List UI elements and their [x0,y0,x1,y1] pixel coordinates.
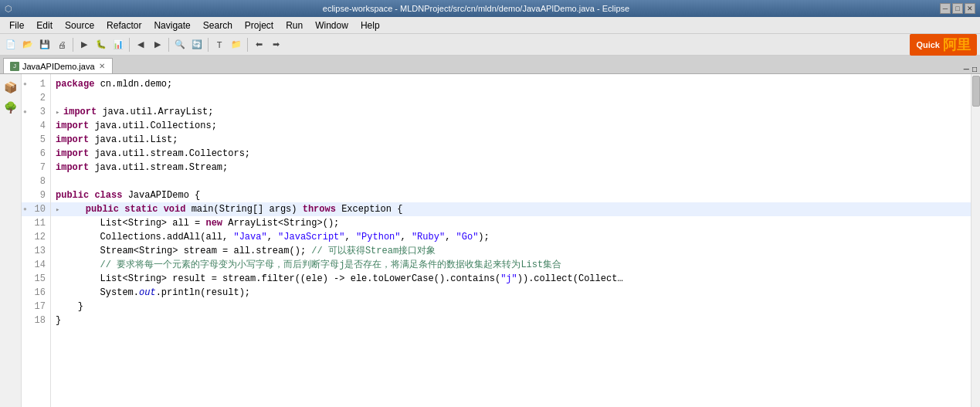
editor-tab-javaapidemojava[interactable]: J JavaAPIDemo.java ✕ [3,58,113,73]
menu-item-refactor[interactable]: Refactor [100,19,148,32]
menu-item-search[interactable]: Search [197,19,239,32]
line-num-1: 1 [22,77,50,91]
code-line-13: Stream<String> stream = all.stream(); //… [51,244,971,258]
code-line-12: Collections.addAll(all, "Java", "JavaScr… [51,230,971,244]
code-line-10: ▸ public static void main(String[] args)… [51,202,971,216]
menu-item-file[interactable]: File [3,19,30,32]
run-last-button[interactable]: ▶ [76,37,92,53]
line-num-11: 11 [22,216,50,230]
main-area: 📦 🌳 1 2 3 4 5 6 7 8 9 10 11 12 13 14 15 … [0,74,980,407]
line-num-4: 4 [22,119,50,133]
code-line-7: import java.util.stream.Stream; [51,161,971,175]
line-numbers: 1 2 3 4 5 6 7 8 9 10 11 12 13 14 15 16 1… [22,74,51,407]
code-line-9: public class JavaAPIDemo { [51,188,971,202]
menu-item-window[interactable]: Window [309,19,354,32]
close-button[interactable]: ✕ [965,3,975,14]
line-num-12: 12 [22,230,50,244]
code-line-14: // 要求将每一个元素的字母变为小写字母，而后判断字母j是否存在，将满足条件的数… [51,258,971,272]
code-line-18: } [51,314,971,327]
menu-item-edit[interactable]: Edit [30,19,59,32]
search-toolbar-button[interactable]: 🔍 [172,37,188,53]
tab-bar-right: ─ □ [964,65,977,73]
menu-item-project[interactable]: Project [239,19,280,32]
forward-button[interactable]: ➡ [268,37,283,53]
code-line-17: } [51,300,971,314]
package-explorer-icon[interactable]: 📦 [2,79,19,96]
window-controls[interactable]: ─ □ ✕ [940,3,975,14]
menu-bar: FileEditSourceRefactorNavigateSearchProj… [0,17,980,34]
title-text: eclipse-workspace - MLDNProject/src/cn/m… [323,4,629,13]
refresh-button[interactable]: 🔄 [189,37,205,53]
menu-item-navigate[interactable]: Navigate [148,19,196,32]
line-num-6: 6 [22,147,50,161]
print-button[interactable]: 🖨 [54,37,70,53]
scroll-thumb[interactable] [972,76,980,107]
hierarchy-icon[interactable]: 🌳 [2,99,19,116]
line-num-7: 7 [22,161,50,175]
minimize-button[interactable]: ─ [940,3,951,14]
back-button[interactable]: ⬅ [251,37,266,53]
code-line-15: List<String> result = stream.filter((ele… [51,272,971,286]
code-line-3: ▸import java.util.ArrayList; [51,105,971,119]
code-line-1: package cn.mldn.demo; [51,77,971,91]
minimize-editor-button[interactable]: ─ [964,65,969,73]
maximize-button[interactable]: □ [952,3,963,14]
new-button[interactable]: 📄 [3,37,19,53]
separator-4 [208,38,209,52]
line-num-9: 9 [22,188,50,202]
line-num-15: 15 [22,272,50,286]
vertical-scrollbar[interactable] [971,74,980,407]
code-line-8 [51,175,971,188]
separator-5 [247,38,248,52]
line-num-8: 8 [22,175,50,188]
save-button[interactable]: 💾 [37,37,53,53]
code-line-16: System.out.println(result); [51,286,971,300]
title-bar: ⬡ eclipse-workspace - MLDNProject/src/cn… [0,0,980,17]
line-num-10: 10 [22,202,50,216]
menu-item-source[interactable]: Source [59,19,100,32]
line-num-5: 5 [22,133,50,147]
line-num-3: 3 [22,105,50,119]
line-num-2: 2 [22,91,50,105]
code-line-4: import java.util.Collections; [51,119,971,133]
menu-item-run[interactable]: Run [280,19,309,32]
tab-bar: J JavaAPIDemo.java ✕ ─ □ [0,56,980,74]
editor-area[interactable]: 1 2 3 4 5 6 7 8 9 10 11 12 13 14 15 16 1… [22,74,980,407]
open-resource-button[interactable]: 📁 [229,37,244,53]
menu-item-help[interactable]: Help [354,19,386,32]
debug-button[interactable]: 🐛 [93,37,109,53]
code-content[interactable]: package cn.mldn.demo; ▸import java.util.… [51,74,971,407]
left-gutter: 📦 🌳 [0,74,22,407]
code-line-6: import java.util.stream.Collectors; [51,147,971,161]
code-line-5: import java.util.List; [51,133,971,147]
tab-close-button[interactable]: ✕ [98,62,106,70]
quick-access-button[interactable]: Quick 阿里 [910,34,977,56]
line-num-17: 17 [22,300,50,314]
code-line-2 [51,91,971,105]
separator-1 [73,38,73,52]
prev-edit-button[interactable]: ◀ [133,37,148,53]
code-line-11: List<String> all = new ArrayList<String>… [51,216,971,230]
open-button[interactable]: 📂 [20,37,36,53]
open-type-button[interactable]: T [212,37,227,53]
line-num-16: 16 [22,286,50,300]
separator-3 [168,38,169,52]
separator-2 [129,38,130,52]
toolbar: 📄 📂 💾 🖨 ▶ 🐛 📊 ◀ ▶ 🔍 🔄 T 📁 ⬅ ➡ Quick 阿里 [0,34,980,56]
java-file-icon: J [10,62,19,71]
coverage-button[interactable]: 📊 [110,37,126,53]
line-num-13: 13 [22,244,50,258]
line-num-18: 18 [22,314,50,327]
line-num-14: 14 [22,258,50,272]
next-edit-button[interactable]: ▶ [150,37,165,53]
tab-label: JavaAPIDemo.java [22,62,95,71]
maximize-editor-button[interactable]: □ [972,65,977,73]
